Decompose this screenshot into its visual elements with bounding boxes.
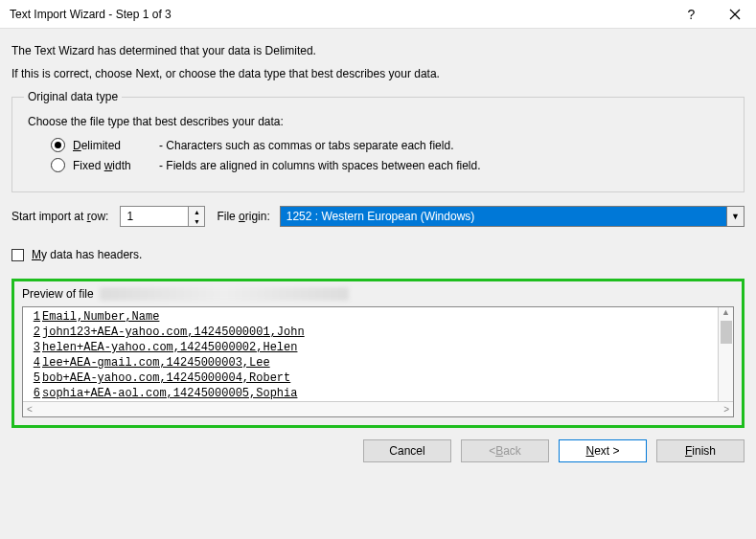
back-button: < Back [461,439,549,462]
preview-title-row: Preview of file [22,287,734,301]
headers-checkbox[interactable] [11,249,24,261]
close-button[interactable] [713,0,756,29]
file-origin-value: 1252 : Western European (Windows) [281,207,726,226]
intro-line-2: If this is correct, choose Next, or choo… [11,67,745,80]
start-row-input[interactable] [121,207,188,226]
preview-lines: 1Email,Number,Name 2john123+AEA-yahoo.co… [23,307,733,401]
spin-up-icon[interactable]: ▲ [189,207,204,216]
cancel-button[interactable]: Cancel [363,439,451,462]
preview-row: 5bob+AEA-yahoo.com,14245000004,Robert [23,371,733,386]
import-options-row: Start import at row: ▲ ▼ File origin: 12… [11,206,745,227]
preview-vscrollbar[interactable]: ▲ [718,307,733,401]
spinner-buttons[interactable]: ▲ ▼ [188,207,204,226]
file-origin-row: File origin: 1252 : Western European (Wi… [217,206,745,227]
preview-row: 3helen+AEA-yahoo.com,14245000002,Helen [23,340,733,355]
preview-path-blurred [100,287,349,301]
spin-down-icon[interactable]: ▼ [189,216,204,226]
radio-fixed-row[interactable]: Fixed width - Fields are aligned in colu… [51,158,732,172]
finish-button[interactable]: Finish [656,439,745,462]
dialog-body: The Text Wizard has determined that your… [0,29,756,539]
start-row-spinner[interactable]: ▲ ▼ [120,206,205,227]
preview-row: 6sophia+AEA-aol.com,14245000005,Sophia [23,386,733,401]
scroll-thumb[interactable] [721,321,732,344]
preview-box: 1Email,Number,Name 2john123+AEA-yahoo.co… [22,306,734,417]
radio-fixed[interactable] [51,158,65,172]
intro-line-1: The Text Wizard has determined that your… [11,44,745,57]
preview-section: Preview of file 1Email,Number,Name 2john… [11,279,745,428]
headers-checkbox-row[interactable]: My data has headers. [11,248,745,261]
group-legend: Original data type [24,90,122,103]
close-icon [729,9,741,20]
preview-title: Preview of file [22,287,94,301]
chevron-down-icon[interactable]: ▼ [726,207,744,226]
radio-delimited-row[interactable]: Delimited - Characters such as commas or… [51,138,732,152]
preview-hscrollbar[interactable]: < > [23,401,733,416]
radio-fixed-label: Fixed width [73,159,151,172]
radio-delimited-label: Delimited [73,139,151,152]
radio-fixed-desc: - Fields are aligned in columns with spa… [159,159,481,172]
window-title: Text Import Wizard - Step 1 of 3 [10,8,670,21]
original-data-type-group: Original data type Choose the file type … [11,90,745,192]
file-origin-select[interactable]: 1252 : Western European (Windows) ▼ [280,206,745,227]
start-row-label: Start import at row: [11,210,108,223]
button-row: Cancel < Back Next > Finish [11,439,745,462]
radio-delimited[interactable] [51,138,65,152]
scroll-right-icon[interactable]: > [723,404,729,415]
next-button[interactable]: Next > [559,439,647,462]
titlebar: Text Import Wizard - Step 1 of 3 ? [0,0,756,29]
help-button[interactable]: ? [670,0,713,29]
scroll-left-icon[interactable]: < [27,404,33,415]
choose-text: Choose the file type that best describes… [28,115,732,128]
radio-delimited-desc: - Characters such as commas or tabs sepa… [159,139,453,152]
preview-row: 4lee+AEA-gmail.com,14245000003,Lee [23,355,733,371]
scroll-up-icon[interactable]: ▲ [722,307,730,317]
file-origin-label: File origin: [217,210,269,223]
headers-label: My data has headers. [32,248,142,261]
preview-row: 1Email,Number,Name [23,309,733,325]
preview-row: 2john123+AEA-yahoo.com,14245000001,John [23,325,733,340]
